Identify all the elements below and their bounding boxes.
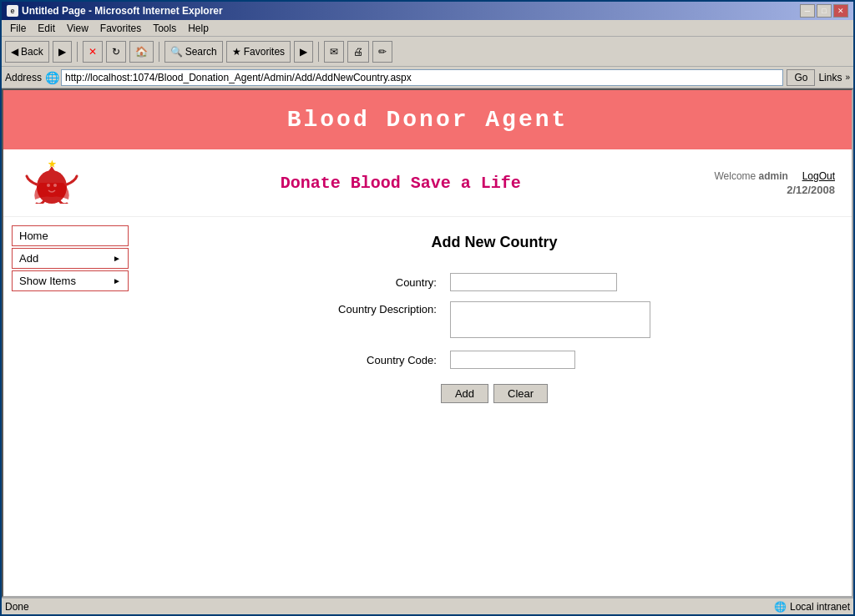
logout-button[interactable]: LogOut bbox=[802, 170, 835, 182]
sidebar-item-add[interactable]: Add ► bbox=[12, 248, 129, 269]
form-area: Add New Country Country: Country Descrip… bbox=[145, 225, 843, 588]
favorites-button[interactable]: ★ Favorites bbox=[226, 41, 291, 63]
home-icon: 🏠 bbox=[135, 46, 148, 58]
refresh-button[interactable]: ↻ bbox=[106, 41, 126, 63]
add-nav-label: Add bbox=[19, 252, 38, 265]
zone-label: Local intranet bbox=[790, 601, 850, 613]
media-icon: ▶ bbox=[300, 46, 307, 58]
edit-icon: ✏ bbox=[378, 46, 387, 58]
form-table: Country: Country Description: bbox=[331, 268, 657, 374]
menu-file[interactable]: File bbox=[5, 22, 31, 35]
edit-button[interactable]: ✏ bbox=[372, 41, 392, 63]
links-chevron: » bbox=[845, 73, 850, 82]
status-zone: 🌐 Local intranet bbox=[774, 601, 850, 613]
subtitle-area: Donate Blood Save a Life Welcome admin L… bbox=[3, 149, 852, 217]
sidebar-item-home[interactable]: Home bbox=[12, 225, 129, 246]
toolbar-separator bbox=[77, 42, 78, 62]
restore-button[interactable]: □ bbox=[817, 4, 832, 18]
home-button[interactable]: 🏠 bbox=[129, 41, 154, 63]
forward-icon: ▶ bbox=[58, 46, 66, 58]
country-label: Country: bbox=[331, 268, 443, 296]
country-desc-field-cell bbox=[443, 296, 657, 346]
toolbar-separator-2 bbox=[159, 42, 159, 62]
media-button[interactable]: ▶ bbox=[294, 41, 313, 63]
sidebar-item-show-items[interactable]: Show Items ► bbox=[12, 270, 129, 291]
go-button[interactable]: Go bbox=[787, 69, 815, 86]
home-nav-label: Home bbox=[19, 230, 48, 242]
address-label: Address bbox=[5, 72, 42, 83]
table-row: Country Description: bbox=[331, 296, 657, 346]
stop-icon: ✕ bbox=[89, 46, 97, 58]
username: admin bbox=[759, 170, 788, 182]
title-bar: e Untitled Page - Microsoft Internet Exp… bbox=[2, 2, 853, 20]
toolbar: ◀ Back ▶ ✕ ↻ 🏠 🔍 Search ★ Favorites ▶ bbox=[2, 37, 853, 67]
subtitle-text: Donate Blood Save a Life bbox=[87, 174, 714, 193]
minimize-button[interactable]: ─ bbox=[800, 4, 815, 18]
country-code-label: Country Code: bbox=[331, 346, 443, 374]
user-area: Welcome admin LogOut 2/12/2008 bbox=[714, 170, 835, 196]
add-button[interactable]: Add bbox=[441, 384, 488, 403]
header-banner: Blood Donor Agent bbox=[3, 90, 852, 149]
menu-favorites[interactable]: Favorites bbox=[95, 22, 146, 35]
add-arrow-icon: ► bbox=[113, 254, 121, 263]
welcome-label: Welcome bbox=[714, 170, 756, 182]
form-title: Add New Country bbox=[432, 234, 558, 251]
stop-button[interactable]: ✕ bbox=[83, 41, 103, 63]
form-buttons: Add Clear bbox=[441, 384, 548, 403]
logo bbox=[20, 158, 87, 208]
forward-button[interactable]: ▶ bbox=[53, 41, 72, 63]
menu-help[interactable]: Help bbox=[183, 22, 214, 35]
print-button[interactable]: 🖨 bbox=[347, 41, 369, 63]
show-items-arrow-icon: ► bbox=[113, 276, 121, 285]
country-input[interactable] bbox=[450, 273, 617, 291]
header-title: Blood Donor Agent bbox=[20, 107, 835, 133]
table-row: Country: bbox=[331, 268, 657, 296]
refresh-icon: ↻ bbox=[112, 46, 120, 58]
country-desc-label: Country Description: bbox=[331, 296, 443, 346]
country-description-input[interactable] bbox=[450, 301, 650, 338]
mail-icon: ✉ bbox=[330, 46, 338, 58]
clear-button[interactable]: Clear bbox=[493, 384, 548, 403]
close-button[interactable]: ✕ bbox=[833, 4, 848, 18]
table-row: Country Code: bbox=[331, 346, 657, 374]
globe-icon: 🌐 bbox=[774, 601, 787, 613]
print-icon: 🖨 bbox=[353, 46, 363, 58]
search-icon: 🔍 bbox=[170, 46, 183, 58]
sidebar: Home Add ► Show Items ► bbox=[12, 225, 129, 588]
menu-bar: File Edit View Favorites Tools Help bbox=[2, 20, 853, 37]
back-button[interactable]: ◀ Back bbox=[5, 41, 49, 63]
status-bar: Done 🌐 Local intranet bbox=[2, 598, 853, 614]
star-icon: ★ bbox=[232, 46, 241, 58]
mail-button[interactable]: ✉ bbox=[324, 41, 344, 63]
page-area: Blood Donor Agent bbox=[2, 88, 853, 598]
search-button[interactable]: 🔍 Search bbox=[164, 41, 223, 63]
links-label: Links bbox=[818, 72, 842, 83]
menu-tools[interactable]: Tools bbox=[148, 22, 181, 35]
address-input[interactable]: http://localhost:1074/Blood_Donation_Age… bbox=[61, 69, 783, 86]
date-display: 2/12/2008 bbox=[787, 184, 835, 196]
window-title: Untitled Page - Microsoft Internet Explo… bbox=[22, 5, 223, 17]
status-text: Done bbox=[5, 601, 29, 613]
back-icon: ◀ bbox=[11, 46, 18, 58]
window-icon: e bbox=[7, 5, 18, 17]
toolbar-separator-3 bbox=[318, 42, 319, 62]
country-field-cell bbox=[443, 268, 657, 296]
show-items-nav-label: Show Items bbox=[19, 275, 76, 287]
svg-marker-3 bbox=[48, 159, 57, 168]
address-bar: Address 🌐 http://localhost:1074/Blood_Do… bbox=[2, 67, 853, 88]
country-code-input[interactable] bbox=[450, 351, 575, 369]
country-code-field-cell bbox=[443, 346, 657, 374]
menu-view[interactable]: View bbox=[62, 22, 94, 35]
menu-edit[interactable]: Edit bbox=[33, 22, 60, 35]
main-content: Home Add ► Show Items ► Add New Country bbox=[3, 217, 852, 596]
